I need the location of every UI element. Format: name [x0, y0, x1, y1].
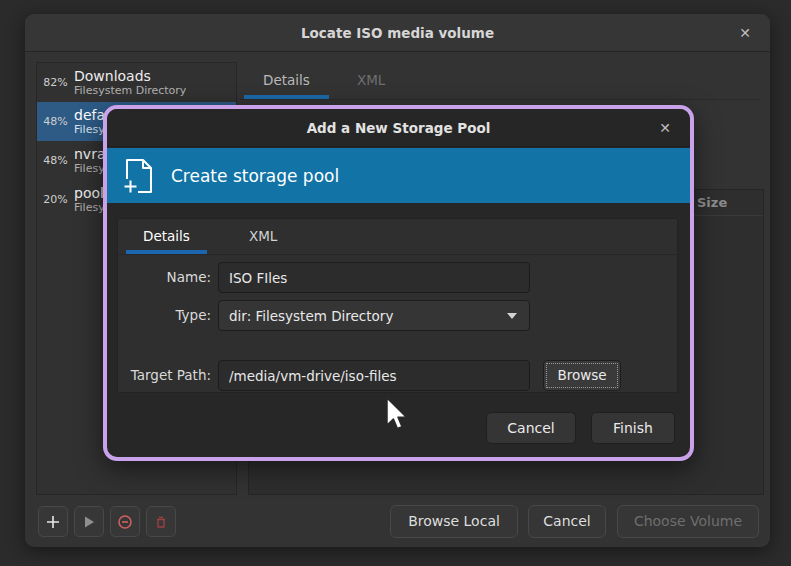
- delete-pool-button[interactable]: [146, 506, 176, 537]
- pool-detail-tabs: Details XML: [240, 62, 761, 100]
- tab-details[interactable]: Details: [244, 62, 329, 99]
- pool-list-item-downloads[interactable]: 82% Downloads Filesystem Directory: [37, 63, 236, 102]
- target-path-label: Target Path:: [118, 360, 211, 391]
- dialog-finish-button[interactable]: Finish: [591, 412, 675, 444]
- dialog-tabs: Details XML: [118, 219, 677, 255]
- pool-usage-percent: 20%: [37, 193, 74, 206]
- type-label: Type:: [118, 300, 211, 331]
- pool-toolbar: [38, 506, 176, 537]
- dialog-tab-details[interactable]: Details: [126, 219, 207, 254]
- size-column-header[interactable]: Size: [697, 195, 727, 210]
- type-dropdown-value: dir: Filesystem Directory: [229, 308, 393, 324]
- create-pool-banner: Create storage pool: [107, 148, 690, 203]
- pool-usage-percent: 48%: [37, 154, 74, 167]
- dialog-title: Add a New Storage Pool: [107, 109, 690, 147]
- tab-xml[interactable]: XML: [338, 62, 404, 99]
- new-document-icon: [122, 157, 156, 195]
- start-pool-button[interactable]: [74, 506, 104, 537]
- play-icon: [81, 514, 97, 530]
- plus-icon: [45, 514, 61, 530]
- pool-usage-percent: 48%: [37, 115, 74, 128]
- choose-volume-button[interactable]: Choose Volume: [617, 505, 759, 538]
- banner-label: Create storage pool: [171, 166, 339, 186]
- stop-pool-button[interactable]: [110, 506, 140, 537]
- dialog-tab-xml[interactable]: XML: [232, 219, 294, 254]
- add-storage-pool-dialog: Add a New Storage Pool ✕ Create storage …: [103, 105, 694, 461]
- add-pool-button[interactable]: [38, 506, 68, 537]
- dialog-close-icon[interactable]: ✕: [654, 109, 676, 147]
- pool-form-panel: Details XML Name: Type: dir: Filesystem …: [117, 218, 678, 393]
- dialog-titlebar: Add a New Storage Pool ✕: [107, 109, 690, 147]
- type-dropdown[interactable]: dir: Filesystem Directory: [218, 300, 530, 331]
- browse-local-button[interactable]: Browse Local: [390, 505, 518, 538]
- trash-icon: [153, 514, 169, 530]
- browse-button[interactable]: Browse: [543, 360, 621, 391]
- name-input[interactable]: [218, 262, 530, 293]
- stop-circle-icon: [117, 514, 133, 530]
- window-title: Locate ISO media volume: [25, 14, 770, 52]
- window-close-icon[interactable]: ✕: [734, 14, 756, 52]
- window-titlebar: Locate ISO media volume ✕: [25, 14, 770, 52]
- chevron-down-icon: [507, 313, 517, 319]
- cancel-button[interactable]: Cancel: [528, 505, 606, 538]
- target-path-input[interactable]: [218, 360, 530, 391]
- pool-type: Filesystem Directory: [74, 84, 186, 97]
- name-label: Name:: [118, 262, 211, 293]
- pool-name: Downloads: [74, 68, 186, 84]
- pool-usage-percent: 82%: [37, 76, 74, 89]
- dialog-cancel-button[interactable]: Cancel: [486, 412, 576, 444]
